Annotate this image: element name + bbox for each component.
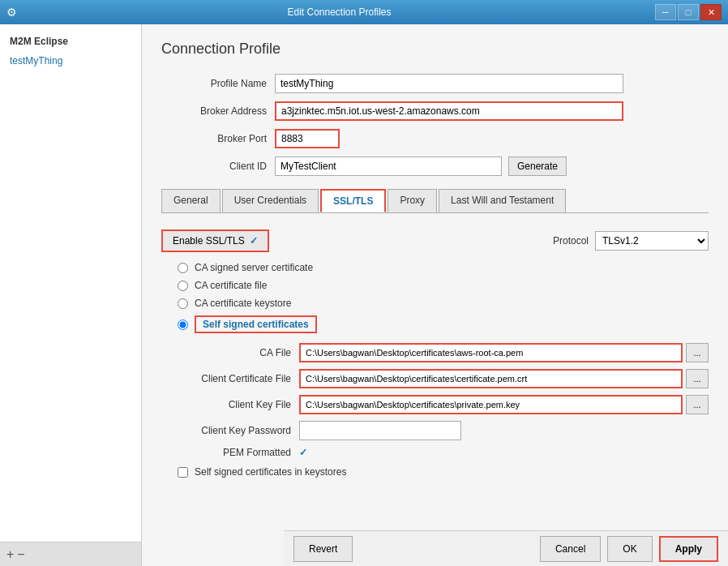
client-key-row: Client Key File ... <box>161 395 709 414</box>
ca-file-input[interactable] <box>299 343 683 362</box>
broker-address-row: Broker Address <box>161 101 709 121</box>
bottom-bar: Revert Cancel OK Apply <box>284 530 728 566</box>
client-key-pass-row: Client Key Password <box>161 421 709 440</box>
content-area: Connection Profile Profile Name Broker A… <box>142 24 728 566</box>
client-id-input[interactable] <box>275 157 502 176</box>
tab-user-credentials[interactable]: User Credentials <box>222 189 319 212</box>
radio-ca-server-input[interactable] <box>178 263 188 273</box>
client-key-label: Client Key File <box>161 399 299 410</box>
window-title: Edit Connection Profiles <box>24 6 655 18</box>
broker-port-input[interactable] <box>275 129 340 148</box>
radio-ca-server: CA signed server certificate <box>178 262 709 273</box>
cert-type-group: CA signed server certificate CA certific… <box>178 262 709 333</box>
keystores-checkbox[interactable] <box>178 467 188 478</box>
protocol-select[interactable]: TLSv1.2 TLSv1.1 TLSv1.0 SSLv3 <box>595 231 709 251</box>
minimize-button[interactable]: ─ <box>655 4 676 20</box>
client-key-input[interactable] <box>299 395 683 414</box>
ca-file-label: CA File <box>161 347 299 358</box>
broker-address-input[interactable] <box>275 101 623 121</box>
add-profile-button[interactable]: + <box>6 547 14 562</box>
enable-ssl-button[interactable]: Enable SSL/TLS ✓ <box>161 229 269 252</box>
keystores-row: Self signed certificates in keystores <box>178 466 709 478</box>
ssl-enabled-check: ✓ <box>250 235 258 247</box>
client-key-browse-button[interactable]: ... <box>686 395 709 414</box>
main-container: M2M Eclipse testMyThing + − Connection P… <box>0 24 728 566</box>
tab-proxy[interactable]: Proxy <box>388 189 437 212</box>
ssl-controls-row: Enable SSL/TLS ✓ Protocol TLSv1.2 TLSv1.… <box>161 229 709 252</box>
tab-ssl-tls[interactable]: SSL/TLS <box>320 189 386 212</box>
cancel-button[interactable]: Cancel <box>540 536 601 562</box>
page-title: Connection Profile <box>161 41 709 58</box>
client-cert-label: Client Certificate File <box>161 373 299 384</box>
radio-ca-file: CA certificate file <box>178 280 709 291</box>
sidebar-controls: + − <box>0 542 142 566</box>
sidebar-item-testMyThing[interactable]: testMyThing <box>0 52 141 70</box>
radio-self-signed-label[interactable]: Self signed certificates <box>195 315 317 333</box>
revert-button[interactable]: Revert <box>293 536 353 562</box>
ca-file-row: CA File ... <box>161 343 709 362</box>
client-key-pass-label: Client Key Password <box>161 425 299 436</box>
radio-ca-keystore-input[interactable] <box>178 298 188 309</box>
broker-address-label: Broker Address <box>161 105 275 117</box>
client-id-row: Client ID Generate <box>161 157 709 176</box>
pem-formatted-row: PEM Formatted ✓ <box>161 447 709 458</box>
profile-name-label: Profile Name <box>161 78 275 89</box>
ok-button[interactable]: OK <box>607 536 652 562</box>
pem-formatted-label: PEM Formatted <box>161 447 299 458</box>
radio-ca-keystore: CA certificate keystore <box>178 298 709 309</box>
client-id-label: Client ID <box>161 161 275 172</box>
tabs-container: General User Credentials SSL/TLS Proxy L… <box>161 189 709 213</box>
broker-port-label: Broker Port <box>161 133 275 144</box>
client-cert-input[interactable] <box>299 369 683 388</box>
client-cert-row: Client Certificate File ... <box>161 369 709 388</box>
close-button[interactable]: ✕ <box>700 4 722 20</box>
keystores-label[interactable]: Self signed certificates in keystores <box>195 466 346 478</box>
tab-general[interactable]: General <box>161 189 221 212</box>
tab-last-will[interactable]: Last Will and Testament <box>439 189 566 212</box>
radio-ca-file-label[interactable]: CA certificate file <box>195 280 267 291</box>
radio-ca-server-label[interactable]: CA signed server certificate <box>195 262 313 273</box>
remove-profile-button[interactable]: − <box>17 547 24 562</box>
broker-port-row: Broker Port <box>161 129 709 148</box>
title-bar: ⚙ Edit Connection Profiles ─ □ ✕ <box>0 0 728 24</box>
client-cert-browse-button[interactable]: ... <box>686 369 709 388</box>
window-controls: ─ □ ✕ <box>655 4 722 20</box>
radio-self-signed: Self signed certificates <box>178 315 709 333</box>
protocol-label: Protocol <box>553 235 589 247</box>
sidebar-wrapper: M2M Eclipse testMyThing + − <box>0 24 142 566</box>
sidebar: M2M Eclipse testMyThing <box>0 24 142 542</box>
ssl-section: Enable SSL/TLS ✓ Protocol TLSv1.2 TLSv1.… <box>161 223 709 484</box>
radio-ca-keystore-label[interactable]: CA certificate keystore <box>195 298 291 309</box>
sidebar-header: M2M Eclipse <box>0 31 141 52</box>
maximize-button[interactable]: □ <box>678 4 699 20</box>
generate-button[interactable]: Generate <box>508 157 567 176</box>
app-icon: ⚙ <box>6 6 17 19</box>
profile-name-row: Profile Name <box>161 74 709 93</box>
client-key-pass-input[interactable] <box>299 421 461 440</box>
pem-check-icon: ✓ <box>299 447 307 458</box>
ca-file-browse-button[interactable]: ... <box>686 343 709 362</box>
radio-self-signed-input[interactable] <box>178 319 188 330</box>
apply-button[interactable]: Apply <box>659 536 718 562</box>
radio-ca-file-input[interactable] <box>178 281 188 291</box>
profile-name-input[interactable] <box>275 74 623 93</box>
enable-ssl-label: Enable SSL/TLS <box>173 235 245 247</box>
